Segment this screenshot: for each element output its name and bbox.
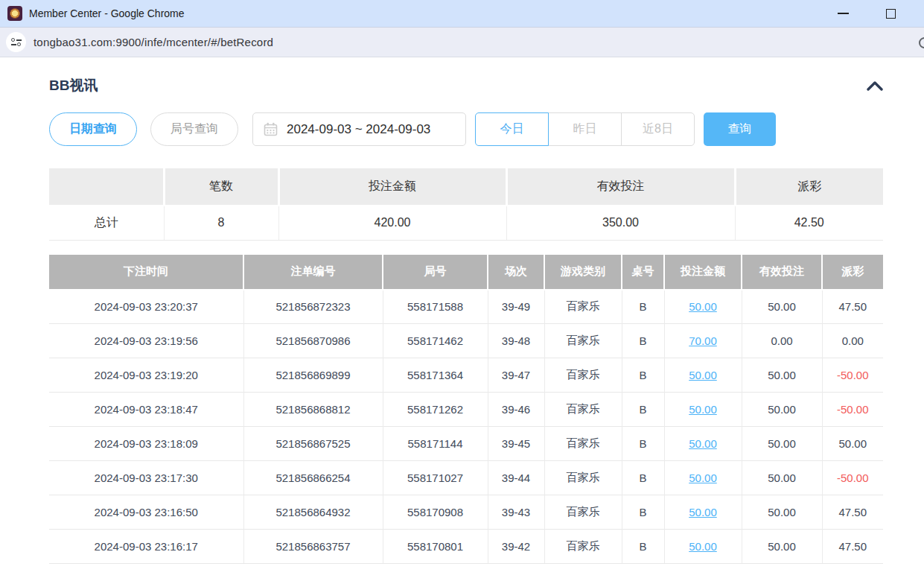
table-no-cell: B: [622, 290, 664, 324]
order-id-cell: 521856868812: [243, 393, 383, 427]
payout-cell: -50.00: [822, 358, 883, 393]
order-id-cell: 521856869899: [243, 358, 383, 393]
round-id-cell: 558171144: [383, 427, 488, 461]
bet-amount-link[interactable]: 50.00: [689, 403, 717, 416]
round-id-cell: 558171588: [383, 290, 488, 324]
table-no-cell: B: [622, 461, 664, 495]
address-bar: tongbao31.com:9900/infe/mcenter/#/betRec…: [0, 27, 924, 57]
bet-amount-cell: 50.00: [664, 495, 742, 530]
valid-bet-cell: 50.00: [742, 495, 822, 530]
round-query-tab[interactable]: 局号查询: [150, 112, 238, 146]
summary-header-valid-bet: 有效投注: [506, 168, 735, 206]
session-cell: 39-49: [488, 290, 544, 324]
table-no-cell: B: [622, 358, 664, 393]
maximize-icon: [886, 9, 896, 19]
header-payout: 派彩: [822, 255, 883, 290]
maximize-button[interactable]: [879, 2, 902, 25]
header-game-type: 游戏类别: [544, 255, 622, 290]
site-favicon-icon: [7, 6, 22, 21]
date-range-input[interactable]: 2024-09-03 ~ 2024-09-03: [252, 112, 466, 146]
table-row: 2024-09-03 23:19:20521856869899558171364…: [49, 358, 883, 393]
session-cell: 39-48: [488, 324, 544, 358]
bet-time-cell: 2024-09-03 23:16:50: [49, 495, 243, 530]
minimize-icon: [838, 13, 849, 14]
bet-records-table: 下注时间 注单编号 局号 场次 游戏类别 桌号 投注金额 有效投注 派彩 202…: [49, 255, 883, 565]
minimize-button[interactable]: [832, 2, 854, 25]
summary-header-count: 笔数: [164, 168, 278, 206]
table-row: 2024-09-03 23:17:30521856866254558171027…: [49, 461, 883, 495]
order-id-cell: 521856863757: [243, 530, 383, 564]
last-8-days-button[interactable]: 近8日: [621, 112, 695, 146]
bet-amount-cell: 50.00: [664, 530, 742, 564]
bet-amount-cell: 50.00: [664, 427, 742, 461]
round-id-cell: 558171462: [383, 324, 488, 358]
records-tbody: 2024-09-03 23:20:37521856872323558171588…: [49, 290, 883, 564]
session-cell: 39-47: [488, 358, 544, 393]
summary-count-value: 8: [164, 206, 278, 240]
valid-bet-cell: 50.00: [742, 290, 822, 324]
header-bet-time: 下注时间: [49, 255, 243, 290]
payout-cell: 0.00: [822, 324, 883, 358]
summary-header-blank: [49, 168, 164, 206]
valid-bet-cell: 0.00: [742, 324, 822, 358]
payout-cell: 50.00: [822, 427, 883, 461]
bet-amount-link[interactable]: 50.00: [689, 506, 717, 518]
table-row: 2024-09-03 23:19:56521856870986558171462…: [49, 324, 883, 358]
today-button[interactable]: 今日: [475, 112, 549, 146]
valid-bet-cell: 50.00: [742, 461, 822, 495]
summary-header-bet-amount: 投注金额: [278, 168, 506, 206]
calendar-icon: [264, 122, 278, 136]
table-no-cell: B: [622, 530, 664, 564]
yesterday-button[interactable]: 昨日: [548, 112, 622, 146]
summary-valid-bet-value: 350.00: [506, 206, 735, 240]
bet-amount-link[interactable]: 50.00: [689, 437, 717, 450]
summary-total-label: 总计: [49, 206, 164, 240]
bet-amount-cell: 50.00: [664, 393, 742, 427]
date-query-tab[interactable]: 日期查询: [49, 112, 137, 146]
clipped-extension-icon: [919, 37, 924, 48]
header-bet-amount: 投注金额: [664, 255, 742, 290]
bet-amount-link[interactable]: 50.00: [689, 369, 717, 381]
bet-time-cell: 2024-09-03 23:20:37: [49, 290, 243, 324]
bet-time-cell: 2024-09-03 23:16:17: [49, 530, 243, 564]
order-id-cell: 521856872323: [243, 290, 383, 324]
game-type-cell: 百家乐: [544, 290, 622, 324]
bet-amount-link[interactable]: 70.00: [689, 334, 717, 347]
site-settings-icon[interactable]: [6, 32, 26, 52]
window-titlebar: Member Center - Google Chrome: [0, 0, 924, 27]
valid-bet-cell: 50.00: [742, 530, 822, 564]
date-range-value: 2024-09-03 ~ 2024-09-03: [287, 122, 430, 137]
url-text[interactable]: tongbao31.com:9900/infe/mcenter/#/betRec…: [34, 36, 273, 48]
collapse-chevron-icon[interactable]: [867, 80, 883, 91]
bet-amount-link[interactable]: 50.00: [689, 472, 717, 484]
valid-bet-cell: 50.00: [742, 427, 822, 461]
bet-time-cell: 2024-09-03 23:19:56: [49, 324, 243, 358]
page-header: BB视讯: [49, 76, 883, 95]
bet-amount-link[interactable]: 50.00: [689, 540, 717, 553]
window-controls: [832, 0, 902, 27]
bet-time-cell: 2024-09-03 23:19:20: [49, 358, 243, 393]
payout-cell: 47.50: [822, 290, 883, 324]
table-row: 2024-09-03 23:18:09521856867525558171144…: [49, 427, 883, 461]
summary-bet-amount-value: 420.00: [278, 206, 506, 240]
table-no-cell: B: [622, 495, 664, 530]
session-cell: 39-42: [488, 530, 544, 564]
table-row: 2024-09-03 23:16:50521856864932558170908…: [49, 495, 883, 530]
round-id-cell: 558170908: [383, 495, 488, 530]
order-id-cell: 521856867525: [243, 427, 383, 461]
bet-amount-cell: 50.00: [664, 461, 742, 495]
order-id-cell: 521856870986: [243, 324, 383, 358]
game-type-cell: 百家乐: [544, 495, 622, 530]
game-type-cell: 百家乐: [544, 530, 622, 564]
session-cell: 39-45: [488, 427, 544, 461]
order-id-cell: 521856866254: [243, 461, 383, 495]
bet-time-cell: 2024-09-03 23:17:30: [49, 461, 243, 495]
game-type-cell: 百家乐: [544, 324, 622, 358]
header-valid-bet: 有效投注: [742, 255, 822, 290]
round-id-cell: 558170801: [383, 530, 488, 564]
table-row: 2024-09-03 23:20:37521856872323558171588…: [49, 290, 883, 324]
bet-amount-link[interactable]: 50.00: [689, 300, 717, 313]
bet-amount-cell: 50.00: [664, 290, 742, 324]
search-button[interactable]: 查询: [704, 112, 776, 146]
header-table-no: 桌号: [622, 255, 664, 290]
